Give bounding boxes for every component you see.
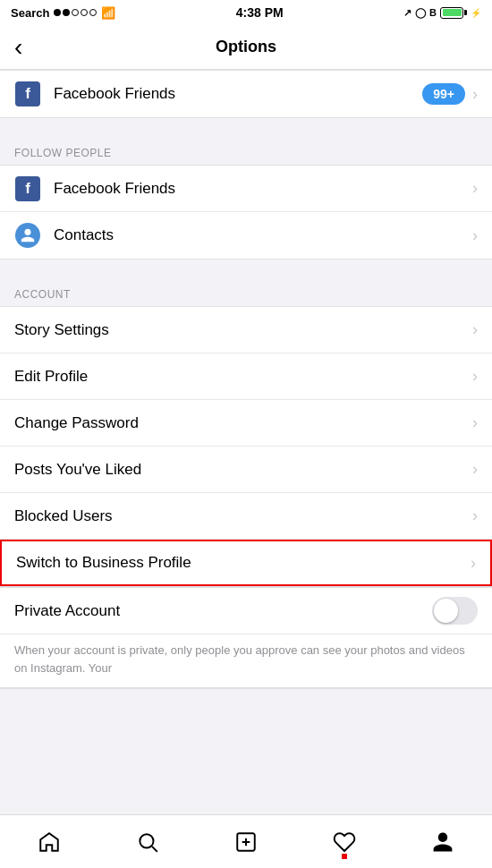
- chevron-story: ›: [472, 320, 478, 339]
- facebook-friends-label: Facebook Friends: [54, 180, 472, 198]
- signal-dots: [54, 9, 97, 16]
- follow-people-header: FOLLOW PEOPLE: [0, 134, 492, 165]
- svg-line-1: [152, 846, 157, 851]
- spacer-1: [0, 260, 492, 276]
- contacts-item[interactable]: Contacts ›: [0, 212, 492, 259]
- dot2: [63, 9, 70, 16]
- tab-bar: [0, 814, 492, 868]
- dot5: [89, 9, 97, 16]
- contacts-icon: [14, 222, 41, 249]
- back-button[interactable]: ‹: [14, 35, 22, 60]
- wifi-icon: 📶: [101, 6, 115, 20]
- account-header: ACCOUNT: [0, 276, 492, 306]
- carrier-text: Search: [11, 6, 49, 20]
- edit-profile-label: Edit Profile: [14, 368, 472, 386]
- follow-people-section: FOLLOW PEOPLE f Facebook Friends ›: [0, 134, 492, 260]
- facebook-friends-item[interactable]: f Facebook Friends ›: [0, 166, 492, 212]
- chevron-edit: ›: [472, 367, 478, 386]
- top-section: f Facebook Friends 99+ ›: [0, 70, 492, 118]
- follow-people-items: f Facebook Friends › Contacts ›: [0, 165, 492, 260]
- bluetooth-icon: B: [429, 7, 437, 18]
- heart-notification-dot: [342, 854, 347, 859]
- blocked-users-label: Blocked Users: [14, 507, 472, 525]
- facebook-icon: f: [14, 175, 41, 202]
- tab-heart[interactable]: [295, 815, 394, 868]
- tab-home[interactable]: [0, 815, 98, 868]
- change-password-item[interactable]: Change Password ›: [0, 400, 492, 447]
- contacts-label: Contacts: [54, 226, 472, 244]
- status-right: ↗ ◯ B ⚡: [403, 7, 481, 19]
- story-settings-item[interactable]: Story Settings ›: [0, 307, 492, 353]
- tab-search[interactable]: [98, 815, 197, 868]
- tab-profile[interactable]: [394, 815, 492, 868]
- chevron-fb: ›: [472, 179, 478, 198]
- blocked-users-item[interactable]: Blocked Users ›: [0, 493, 492, 540]
- switch-business-item[interactable]: Switch to Business Profile ›: [0, 540, 492, 586]
- contacts-logo: [15, 223, 40, 248]
- status-bar: Search 📶 4:38 PM ↗ ◯ B ⚡: [0, 0, 492, 25]
- posts-liked-item[interactable]: Posts You've Liked ›: [0, 447, 492, 493]
- facebook-badge: 99+: [422, 83, 465, 105]
- battery-indicator: [440, 7, 467, 19]
- home-icon: [38, 830, 61, 854]
- charging-bolt: ⚡: [471, 8, 481, 18]
- private-account-item[interactable]: Private Account: [0, 588, 492, 634]
- nav-bar: ‹ Options: [0, 25, 492, 70]
- dot3: [72, 9, 79, 16]
- story-settings-label: Story Settings: [14, 321, 472, 339]
- facebook-friends-top-item[interactable]: f Facebook Friends 99+ ›: [0, 71, 492, 117]
- settings-content: f Facebook Friends 99+ › FOLLOW PEOPLE f…: [0, 70, 492, 868]
- posts-liked-label: Posts You've Liked: [14, 461, 472, 479]
- chevron-liked: ›: [472, 460, 478, 479]
- search-icon: [136, 830, 159, 854]
- chevron-facebook-top: ›: [472, 85, 478, 104]
- chevron-password: ›: [472, 413, 478, 432]
- dot4: [81, 9, 88, 16]
- private-account-section: Private Account When your account is pri…: [0, 587, 492, 689]
- tab-add[interactable]: [197, 815, 295, 868]
- svg-point-0: [140, 834, 153, 847]
- heart-icon: [333, 830, 356, 854]
- private-account-label: Private Account: [14, 602, 432, 620]
- chevron-business: ›: [471, 554, 476, 573]
- status-left: Search 📶: [11, 6, 115, 20]
- dot1: [54, 9, 61, 16]
- account-items: Story Settings › Edit Profile › Change P…: [0, 306, 492, 587]
- fb-logo: f: [15, 81, 40, 106]
- chevron-contacts: ›: [472, 226, 478, 245]
- toggle-knob: [434, 599, 458, 623]
- edit-profile-item[interactable]: Edit Profile ›: [0, 353, 492, 400]
- fb-logo-follow: f: [15, 176, 40, 201]
- facebook-icon-top: f: [14, 81, 41, 107]
- page-title: Options: [216, 38, 276, 56]
- profile-icon: [431, 830, 454, 854]
- location-icon: ↗: [403, 7, 411, 19]
- facebook-friends-top-label: Facebook Friends: [54, 85, 422, 103]
- private-account-toggle[interactable]: [432, 597, 478, 625]
- chevron-blocked: ›: [472, 506, 478, 525]
- change-password-label: Change Password: [14, 414, 472, 432]
- status-time: 4:38 PM: [236, 5, 284, 20]
- switch-business-label: Switch to Business Profile: [16, 554, 471, 572]
- alarm-icon: ◯: [415, 7, 426, 19]
- add-icon: [234, 830, 258, 854]
- private-account-description: When your account is private, only peopl…: [0, 634, 492, 688]
- account-section: ACCOUNT Story Settings › Edit Profile › …: [0, 276, 492, 587]
